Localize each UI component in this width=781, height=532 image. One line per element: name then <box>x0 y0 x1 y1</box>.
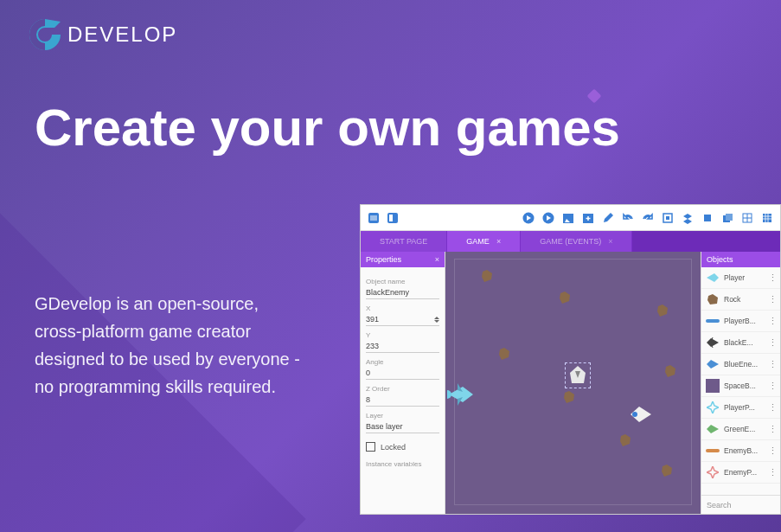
rock-sprite[interactable] <box>558 291 572 304</box>
svg-marker-14 <box>482 270 492 282</box>
svg-marker-17 <box>564 391 574 403</box>
rock-sprite[interactable] <box>618 433 632 447</box>
svg-rect-26 <box>706 379 720 393</box>
rock-sprite[interactable] <box>656 304 669 317</box>
undo-button[interactable] <box>620 210 636 226</box>
objects-title: Objects <box>707 255 733 264</box>
page-description: GDevelop is an open-source, cross-platfo… <box>35 290 303 401</box>
object-item-enemyparticle[interactable]: EnemyP... ⋮ <box>701 462 780 484</box>
layers-button[interactable] <box>680 210 695 226</box>
properties-title: Properties <box>366 255 401 264</box>
instance-vars-label: Instance variables <box>366 460 439 468</box>
tab-start-page[interactable]: START PAGE <box>361 231 447 252</box>
rock-sprite[interactable] <box>562 390 576 404</box>
more-icon[interactable]: ⋮ <box>768 381 777 392</box>
zorder-field[interactable]: 8 <box>366 394 439 407</box>
panels-button[interactable] <box>385 210 400 226</box>
svg-marker-21 <box>662 465 672 477</box>
more-icon[interactable]: ⋮ <box>768 294 777 305</box>
x-label: X <box>366 304 439 312</box>
more-icon[interactable]: ⋮ <box>768 316 777 327</box>
more-icon[interactable]: ⋮ <box>768 272 777 284</box>
object-item-rock[interactable]: Rock ⋮ <box>701 289 780 311</box>
svg-point-23 <box>632 412 637 417</box>
locked-checkbox[interactable] <box>366 442 375 452</box>
close-icon[interactable]: × <box>608 237 612 246</box>
grid-button[interactable] <box>739 210 755 226</box>
svg-rect-8 <box>666 216 669 220</box>
angle-label: Angle <box>366 358 439 366</box>
stepper-icon[interactable] <box>434 317 439 323</box>
svg-marker-18 <box>657 304 668 317</box>
grid-settings-button[interactable] <box>759 210 775 226</box>
y-label: Y <box>366 331 439 339</box>
logo-icon <box>26 16 64 54</box>
svg-point-22 <box>447 390 451 399</box>
rock-sprite[interactable] <box>660 464 674 478</box>
tab-game-events[interactable]: GAME (EVENTS)× <box>521 231 632 252</box>
gdevelop-logo: DEVELOP <box>26 16 177 54</box>
pencil-icon[interactable] <box>600 210 616 226</box>
svg-marker-16 <box>499 348 509 360</box>
player-sprite[interactable] <box>447 381 477 407</box>
object-name-field[interactable]: BlackEnemy <box>366 286 439 299</box>
object-item-greenenemy[interactable]: GreenE... ⋮ <box>701 419 780 440</box>
more-icon[interactable]: ⋮ <box>768 402 777 413</box>
objects-panel: Objects Player ⋮ Rock ⋮ PlayerB... ⋮ <box>701 252 780 514</box>
add-object-button[interactable] <box>580 210 596 226</box>
svg-marker-20 <box>620 434 631 446</box>
svg-rect-9 <box>704 215 711 221</box>
editor-tabs: START PAGE GAME× GAME (EVENTS)× <box>361 231 780 252</box>
selected-enemy-sprite[interactable] <box>565 362 591 388</box>
more-icon[interactable]: ⋮ <box>768 359 777 370</box>
objects-search-input[interactable]: Search <box>701 495 780 514</box>
play-button[interactable] <box>521 210 536 226</box>
object-item-enemybullet[interactable]: EnemyB... ⋮ <box>701 440 780 462</box>
object-item-playerbullet[interactable]: PlayerB... ⋮ <box>701 311 780 332</box>
page-headline: Create your own games <box>35 99 620 157</box>
logo-text: DEVELOP <box>67 22 177 47</box>
editor-window: START PAGE GAME× GAME (EVENTS)× Properti… <box>360 204 781 515</box>
object-item-spacebg[interactable]: SpaceB... ⋮ <box>701 375 780 397</box>
svg-rect-11 <box>726 214 733 221</box>
properties-panel: Properties × Object name BlackEnemy X 39… <box>361 252 445 514</box>
objects-button[interactable] <box>700 210 715 226</box>
x-field[interactable]: 391 <box>366 313 439 326</box>
redo-button[interactable] <box>640 210 656 226</box>
preview-button[interactable] <box>541 210 556 226</box>
svg-rect-13 <box>763 214 771 222</box>
close-icon[interactable]: × <box>496 237 501 246</box>
object-item-blueenemy[interactable]: BlueEne... ⋮ <box>701 354 780 375</box>
rock-sprite[interactable] <box>480 269 494 283</box>
more-icon[interactable]: ⋮ <box>768 337 777 349</box>
more-icon[interactable]: ⋮ <box>768 424 777 435</box>
zoom-fit-button[interactable] <box>660 210 675 226</box>
rock-sprite[interactable] <box>497 347 511 361</box>
object-item-playerparticle[interactable]: PlayerP... ⋮ <box>701 397 780 419</box>
rock-sprite[interactable] <box>663 364 677 378</box>
editor-toolbar <box>361 205 780 231</box>
zorder-label: Z Order <box>366 385 439 393</box>
more-icon[interactable]: ⋮ <box>768 445 777 457</box>
edit-object-button[interactable] <box>560 210 576 226</box>
object-item-blackenemy[interactable]: BlackE... ⋮ <box>701 332 780 354</box>
scene-canvas[interactable] <box>445 252 701 514</box>
menu-button[interactable] <box>366 210 381 226</box>
tab-game[interactable]: GAME× <box>447 231 521 252</box>
close-icon[interactable]: × <box>435 255 439 264</box>
y-field[interactable]: 233 <box>366 340 439 353</box>
svg-rect-27 <box>706 449 720 452</box>
angle-field[interactable]: 0 <box>366 367 439 380</box>
object-item-player[interactable]: Player ⋮ <box>701 267 780 289</box>
svg-rect-25 <box>706 319 720 323</box>
layer-field[interactable]: Base layer <box>366 420 439 433</box>
enemy-sprite[interactable] <box>627 403 653 426</box>
svg-marker-19 <box>665 365 675 377</box>
instances-button[interactable] <box>720 210 735 226</box>
more-icon[interactable]: ⋮ <box>768 467 777 478</box>
layer-label: Layer <box>366 412 439 420</box>
locked-label: Locked <box>381 443 406 452</box>
svg-marker-15 <box>560 292 570 304</box>
svg-marker-24 <box>707 294 718 304</box>
object-name-label: Object name <box>366 278 439 285</box>
